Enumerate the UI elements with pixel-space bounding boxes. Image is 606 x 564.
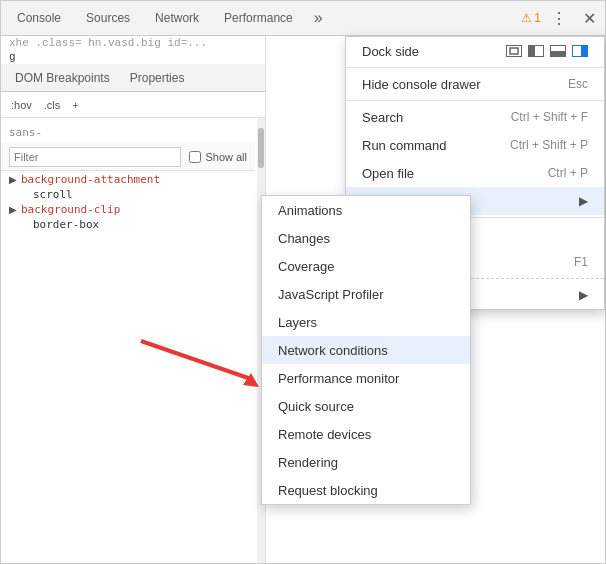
menu-hide-console[interactable]: Hide console drawer Esc — [346, 70, 604, 98]
code-snippet-line1: xhe .class= hn.vasd.big id=... — [1, 36, 265, 50]
tab-bar-right: ⚠ 1 ⋮ ✕ — [521, 6, 601, 30]
submenu-rendering[interactable]: Rendering — [262, 448, 470, 476]
css-row-2: ▶ background-clip — [1, 201, 255, 218]
cls-button[interactable]: .cls — [40, 98, 65, 112]
menu-search[interactable]: Search Ctrl + Shift + F — [346, 103, 604, 131]
hov-button[interactable]: :hov — [7, 98, 36, 112]
tab-dom-breakpoints[interactable]: DOM Breakpoints — [5, 64, 120, 91]
devtools-window: Console Sources Network Performance » ⚠ … — [0, 0, 606, 564]
scrollbar-thumb[interactable] — [258, 128, 264, 168]
menu-open-file-shortcut: Ctrl + P — [548, 166, 588, 180]
code-snippet-g: g — [1, 50, 265, 64]
sub-tab-bar: DOM Breakpoints Properties — [1, 64, 265, 92]
red-arrow-indicator — [131, 331, 291, 404]
more-tools-submenu: Animations Changes Coverage JavaScript P… — [261, 195, 471, 505]
submenu-coverage[interactable]: Coverage — [262, 252, 470, 280]
css-row-1: ▶ background-attachment — [1, 171, 255, 188]
close-devtools-button[interactable]: ✕ — [577, 6, 601, 30]
dock-left-icon[interactable] — [528, 45, 544, 57]
divider-2 — [346, 100, 604, 101]
menu-search-label: Search — [362, 110, 403, 125]
add-style-button[interactable]: + — [68, 98, 82, 112]
warning-icon: ⚠ — [521, 11, 532, 25]
menu-open-file-label: Open file — [362, 166, 414, 181]
style-toolbar: :hov .cls + — [1, 92, 265, 118]
menu-open-file[interactable]: Open file Ctrl + P — [346, 159, 604, 187]
tab-bar: Console Sources Network Performance » ⚠ … — [1, 1, 605, 36]
dock-side-row: Dock side — [346, 37, 604, 65]
tab-more[interactable]: » — [306, 1, 331, 35]
submenu-animations[interactable]: Animations — [262, 196, 470, 224]
submenu-network-conditions[interactable]: Network conditions — [262, 336, 470, 364]
tab-performance[interactable]: Performance — [212, 1, 306, 35]
dock-icons-group — [506, 45, 588, 57]
menu-run-command-label: Run command — [362, 138, 447, 153]
triangle-icon-1: ▶ — [9, 174, 17, 185]
submenu-layers[interactable]: Layers — [262, 308, 470, 336]
tab-properties[interactable]: Properties — [120, 64, 195, 91]
submenu-remote-devices[interactable]: Remote devices — [262, 420, 470, 448]
submenu-quick-source[interactable]: Quick source — [262, 392, 470, 420]
tab-network[interactable]: Network — [143, 1, 212, 35]
triangle-icon-2: ▶ — [9, 204, 17, 215]
help-arrow-icon: ▶ — [579, 288, 588, 302]
warning-count: 1 — [534, 11, 541, 25]
filter-bar: Show all — [1, 143, 255, 171]
submenu-performance-monitor[interactable]: Performance monitor — [262, 364, 470, 392]
submenu-js-profiler[interactable]: JavaScript Profiler — [262, 280, 470, 308]
more-tools-arrow-icon: ▶ — [579, 194, 588, 208]
show-all-checkbox[interactable] — [189, 151, 201, 163]
dock-right-icon[interactable] — [572, 45, 588, 57]
svg-rect-0 — [510, 48, 518, 54]
menu-run-command[interactable]: Run command Ctrl + Shift + P — [346, 131, 604, 159]
svg-line-1 — [141, 341, 251, 379]
dock-bottom-icon[interactable] — [550, 45, 566, 57]
more-options-button[interactable]: ⋮ — [547, 6, 571, 30]
warning-badge: ⚠ 1 — [521, 11, 541, 25]
show-all-label: Show all — [189, 151, 247, 163]
css-value-1: scroll — [33, 188, 73, 201]
menu-hide-console-shortcut: Esc — [568, 77, 588, 91]
css-value-2: border-box — [33, 218, 99, 231]
menu-settings-shortcut: F1 — [574, 255, 588, 269]
tab-sources[interactable]: Sources — [74, 1, 143, 35]
dock-side-label: Dock side — [362, 44, 419, 59]
divider-1 — [346, 67, 604, 68]
left-panel: xhe .class= hn.vasd.big id=... g DOM Bre… — [1, 36, 266, 563]
submenu-request-blocking[interactable]: Request blocking — [262, 476, 470, 504]
filter-input[interactable] — [9, 147, 181, 167]
menu-search-shortcut: Ctrl + Shift + F — [511, 110, 588, 124]
menu-run-command-shortcut: Ctrl + Shift + P — [510, 138, 588, 152]
tab-console[interactable]: Console — [5, 1, 74, 35]
menu-hide-console-label: Hide console drawer — [362, 77, 481, 92]
sans-label: sans- — [1, 122, 255, 143]
dock-undock-icon[interactable] — [506, 45, 522, 57]
submenu-changes[interactable]: Changes — [262, 224, 470, 252]
